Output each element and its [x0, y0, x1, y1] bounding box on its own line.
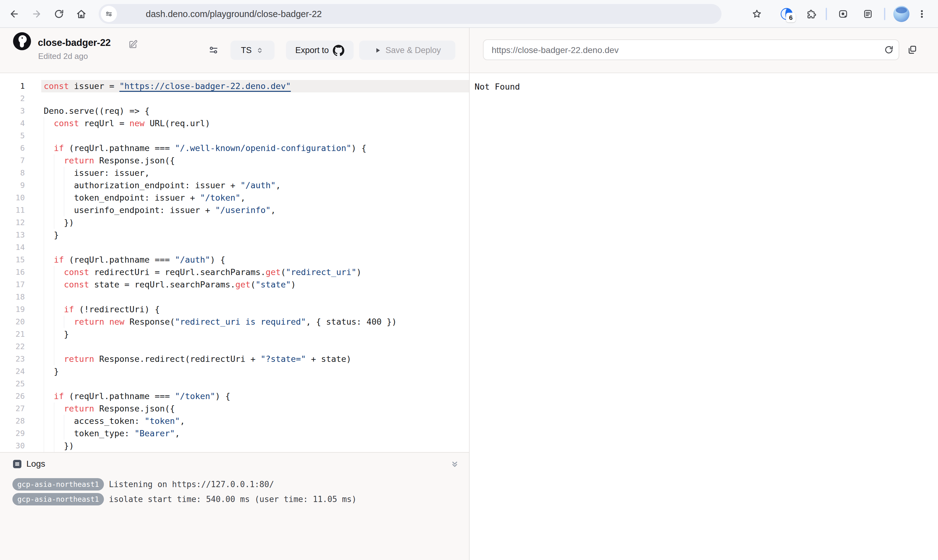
- indent-guide: [44, 303, 44, 315]
- code-line[interactable]: 1const issuer = "https://close-badger-22…: [0, 80, 469, 92]
- code-line[interactable]: 9 authorization_endpoint: issuer + "/aut…: [0, 179, 469, 192]
- code-line[interactable]: 20 return new Response("redirect_uri is …: [0, 315, 469, 328]
- code-line[interactable]: 27 return Response.json({: [0, 403, 469, 415]
- line-number: 22: [0, 340, 25, 353]
- indent-guide: [64, 179, 64, 192]
- extensions-puzzle-button[interactable]: [803, 5, 820, 23]
- code-line[interactable]: 16 const redirectUri = reqUrl.searchPara…: [0, 266, 469, 278]
- preview-url-input[interactable]: [491, 40, 874, 60]
- code-line[interactable]: 3Deno.serve((req) => {: [0, 105, 469, 117]
- address-bar[interactable]: dash.deno.com/playground/close-badger-22: [99, 4, 721, 24]
- indent-guide: [44, 117, 44, 129]
- code-line[interactable]: 25: [0, 378, 469, 390]
- code-line[interactable]: 21 }: [0, 328, 469, 340]
- code-line[interactable]: 19 if (!redirectUri) {: [0, 303, 469, 315]
- deno-logo-icon: [13, 32, 31, 50]
- code-text: return new Response("redirect_uri is req…: [44, 315, 397, 328]
- line-number: 4: [0, 117, 25, 129]
- code-text: }: [44, 365, 59, 378]
- line-number: 18: [0, 291, 25, 303]
- log-message: isolate start time: 540.00 ms (user time…: [109, 495, 356, 504]
- line-number: 30: [0, 440, 25, 452]
- code-line[interactable]: 8 issuer: issuer,: [0, 167, 469, 179]
- code-line[interactable]: 29 token_type: "Bearer",: [0, 427, 469, 440]
- preview-reload-button[interactable]: [881, 42, 896, 57]
- code-line[interactable]: 30 }): [0, 440, 469, 452]
- kebab-menu-icon: [916, 9, 927, 19]
- indent-guide: [44, 278, 44, 291]
- line-number: 3: [0, 105, 25, 117]
- logs-header: Logs: [13, 459, 45, 469]
- site-settings-button[interactable]: [101, 6, 117, 22]
- profile-avatar[interactable]: [893, 6, 909, 22]
- code-line[interactable]: 13 }: [0, 229, 469, 241]
- indent-guide: [44, 378, 44, 390]
- indent-guide: [44, 192, 44, 204]
- indent-guide: [54, 154, 54, 167]
- code-line[interactable]: 4 const reqUrl = new URL(req.url): [0, 117, 469, 129]
- line-number: 27: [0, 403, 25, 415]
- code-line[interactable]: 26 if (reqUrl.pathname === "/token") {: [0, 390, 469, 403]
- code-text: }): [44, 440, 74, 452]
- code-line[interactable]: 7 return Response.json({: [0, 154, 469, 167]
- browser-reload-button[interactable]: [50, 5, 68, 23]
- reading-list-button[interactable]: [859, 5, 876, 23]
- indent-guide: [44, 427, 44, 440]
- preview-panel[interactable]: Not Found: [470, 73, 938, 560]
- save-and-deploy-button[interactable]: Save & Deploy: [359, 41, 455, 60]
- code-line[interactable]: 24 }: [0, 365, 469, 378]
- browser-menu-button[interactable]: [913, 5, 930, 23]
- code-text: if (reqUrl.pathname === "/.well-known/op…: [44, 142, 366, 154]
- code-line[interactable]: 17 const state = reqUrl.searchParams.get…: [0, 278, 469, 291]
- code-text: }: [44, 229, 59, 241]
- lens-search-button[interactable]: [835, 5, 852, 23]
- preview-url-bar: [483, 39, 899, 60]
- browser-home-button[interactable]: [72, 5, 90, 23]
- code-editor[interactable]: 1const issuer = "https://close-badger-22…: [0, 73, 469, 452]
- line-number: 28: [0, 415, 25, 427]
- home-icon: [76, 9, 86, 19]
- rename-playground-button[interactable]: [128, 39, 139, 49]
- bookmark-star-button[interactable]: [748, 5, 765, 23]
- indent-guide: [54, 440, 54, 452]
- code-line[interactable]: 18: [0, 291, 469, 303]
- code-line[interactable]: 5: [0, 129, 469, 142]
- export-to-github-button[interactable]: Export to: [286, 41, 354, 60]
- code-line[interactable]: 28 access_token: "token",: [0, 415, 469, 427]
- star-icon: [752, 9, 762, 19]
- browser-forward-button[interactable]: [28, 5, 45, 23]
- code-line[interactable]: 23 return Response.redirect(redirectUri …: [0, 353, 469, 365]
- logs-collapse-button[interactable]: [448, 458, 461, 470]
- code-text: Deno.serve((req) => {: [44, 105, 149, 117]
- indent-guide: [54, 315, 54, 328]
- code-line[interactable]: 2: [0, 92, 469, 105]
- extension-badge-count: 6: [786, 13, 796, 22]
- code-line[interactable]: 12 }): [0, 217, 469, 229]
- code-line[interactable]: 14: [0, 241, 469, 254]
- code-text: return Response.json({: [44, 154, 175, 167]
- code-line[interactable]: 10 token_endpoint: issuer + "/token",: [0, 192, 469, 204]
- language-select[interactable]: TS: [231, 41, 274, 60]
- code-text: return Response.json({: [44, 403, 175, 415]
- indent-guide: [64, 427, 64, 440]
- browser-back-button[interactable]: [6, 5, 23, 23]
- extension-shield-button[interactable]: 6: [778, 5, 795, 23]
- unfold-chevrons-icon: [256, 46, 264, 55]
- code-line[interactable]: 22: [0, 340, 469, 353]
- code-text: userinfo_endpoint: issuer + "/userinfo",: [44, 204, 276, 217]
- log-region-badge: gcp-asia-northeast1: [12, 493, 104, 505]
- indent-guide: [54, 427, 54, 440]
- indent-guide: [54, 415, 54, 427]
- playground-settings-button[interactable]: [206, 43, 220, 57]
- indent-guide: [44, 229, 44, 241]
- open-in-new-window-button[interactable]: [904, 42, 920, 57]
- log-entry: gcp-asia-northeast1Listening on https://…: [12, 478, 274, 491]
- arrow-left-icon: [9, 9, 20, 19]
- code-line[interactable]: 6 if (reqUrl.pathname === "/.well-known/…: [0, 142, 469, 154]
- indent-guide: [54, 403, 54, 415]
- line-number: 2: [0, 92, 25, 105]
- code-line[interactable]: 15 if (reqUrl.pathname === "/auth") {: [0, 254, 469, 266]
- indent-guide: [64, 315, 64, 328]
- code-line[interactable]: 11 userinfo_endpoint: issuer + "/userinf…: [0, 204, 469, 217]
- logs-panel: Logs gcp-asia-northeast1Listening on htt…: [0, 452, 469, 560]
